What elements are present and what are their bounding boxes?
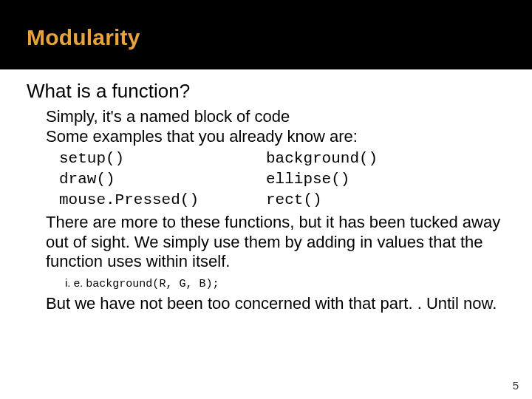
example-code: background(R, G, B);	[86, 278, 219, 290]
function-col-1: setup() draw() mouse.Pressed()	[59, 149, 266, 211]
intro-line-2: Some examples that you already know are:	[46, 127, 510, 147]
page-number: 5	[513, 379, 519, 392]
intro-line-1: Simply, it's a named block of code	[46, 107, 510, 127]
function-name: setup()	[59, 149, 266, 169]
explanation-text: There are more to these functions, but i…	[46, 213, 510, 272]
slide-title: Modularity	[27, 25, 532, 50]
slide-header: Modularity	[0, 0, 532, 69]
slide-content: What is a function? Simply, it's a named…	[0, 69, 532, 314]
function-name: mouse.Pressed()	[59, 190, 266, 211]
function-name: rect()	[266, 190, 378, 211]
function-name: background()	[266, 149, 378, 169]
example-prefix: i. e.	[65, 276, 86, 289]
section-question: What is a function?	[27, 80, 510, 103]
closing-text: But we have not been too concerned with …	[46, 294, 510, 314]
function-name: ellipse()	[266, 169, 378, 190]
function-col-2: background() ellipse() rect()	[266, 149, 378, 211]
function-name: draw()	[59, 169, 266, 190]
body-text: Simply, it's a named block of code Some …	[27, 107, 510, 314]
example-line: i. e. background(R, G, B);	[46, 276, 510, 291]
function-examples: setup() draw() mouse.Pressed() backgroun…	[46, 149, 510, 211]
